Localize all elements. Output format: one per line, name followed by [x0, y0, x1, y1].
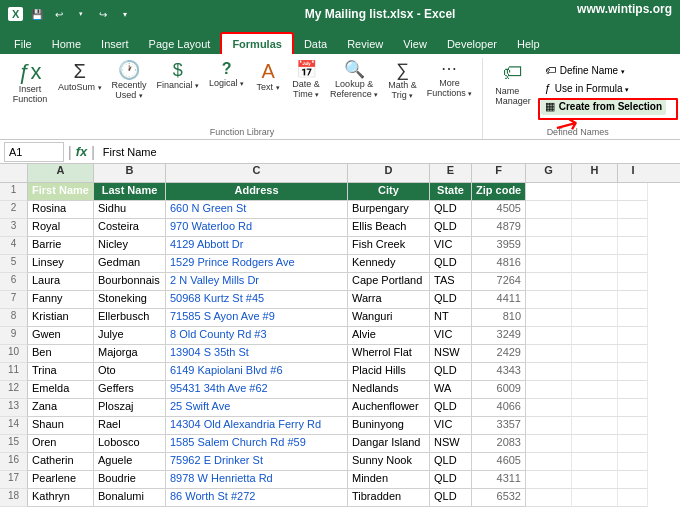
- table-cell[interactable]: TAS: [430, 273, 472, 291]
- math-trig-button[interactable]: ∑ Math &Trig ▾: [384, 58, 421, 104]
- table-cell[interactable]: 4411: [472, 291, 526, 309]
- table-cell[interactable]: Sidhu: [94, 201, 166, 219]
- logical-button[interactable]: ? Logical ▾: [205, 58, 248, 92]
- tab-home[interactable]: Home: [42, 34, 91, 54]
- table-cell[interactable]: QLD: [430, 453, 472, 471]
- table-cell[interactable]: NSW: [430, 345, 472, 363]
- col-header-b[interactable]: B: [94, 164, 166, 182]
- col-header-d[interactable]: D: [348, 164, 430, 182]
- col-header-i[interactable]: I: [618, 164, 648, 182]
- table-cell[interactable]: VIC: [430, 417, 472, 435]
- table-cell[interactable]: 13904 S 35th St: [166, 345, 348, 363]
- table-cell[interactable]: 4343: [472, 363, 526, 381]
- table-cell[interactable]: Rosina: [28, 201, 94, 219]
- table-cell[interactable]: Minden: [348, 471, 430, 489]
- table-cell[interactable]: QLD: [430, 255, 472, 273]
- table-cell[interactable]: Fanny: [28, 291, 94, 309]
- table-cell[interactable]: Gedman: [94, 255, 166, 273]
- undo-icon[interactable]: ↩: [51, 6, 67, 22]
- tab-file[interactable]: File: [4, 34, 42, 54]
- table-cell[interactable]: Royal: [28, 219, 94, 237]
- table-cell[interactable]: Fish Creek: [348, 237, 430, 255]
- table-cell[interactable]: Nicley: [94, 237, 166, 255]
- table-cell[interactable]: Address: [166, 183, 348, 201]
- table-cell[interactable]: 4879: [472, 219, 526, 237]
- table-cell[interactable]: Kristian: [28, 309, 94, 327]
- table-cell[interactable]: Tibradden: [348, 489, 430, 507]
- tab-developer[interactable]: Developer: [437, 34, 507, 54]
- text-button[interactable]: A Text ▾: [250, 58, 286, 96]
- col-header-h[interactable]: H: [572, 164, 618, 182]
- table-cell[interactable]: Ellis Beach: [348, 219, 430, 237]
- table-cell[interactable]: Boudrie: [94, 471, 166, 489]
- table-cell[interactable]: VIC: [430, 237, 472, 255]
- table-cell[interactable]: 660 N Green St: [166, 201, 348, 219]
- table-cell[interactable]: Buninyong: [348, 417, 430, 435]
- define-name-button[interactable]: 🏷 Define Name ▾: [541, 62, 666, 78]
- tab-formulas[interactable]: Formulas: [220, 32, 294, 54]
- table-cell[interactable]: QLD: [430, 219, 472, 237]
- table-cell[interactable]: Oto: [94, 363, 166, 381]
- table-cell[interactable]: 810: [472, 309, 526, 327]
- table-cell[interactable]: Ploszaj: [94, 399, 166, 417]
- tab-help[interactable]: Help: [507, 34, 550, 54]
- table-cell[interactable]: Alvie: [348, 327, 430, 345]
- table-cell[interactable]: 50968 Kurtz St #45: [166, 291, 348, 309]
- table-cell[interactable]: 75962 E Drinker St: [166, 453, 348, 471]
- table-cell[interactable]: Stoneking: [94, 291, 166, 309]
- table-cell[interactable]: 71585 S Ayon Ave #9: [166, 309, 348, 327]
- table-cell[interactable]: 8978 W Henrietta Rd: [166, 471, 348, 489]
- table-cell[interactable]: State: [430, 183, 472, 201]
- col-header-f[interactable]: F: [472, 164, 526, 182]
- recently-used-button[interactable]: 🕐 RecentlyUsed ▾: [108, 58, 151, 104]
- date-time-button[interactable]: 📅 Date &Time ▾: [288, 58, 324, 103]
- table-cell[interactable]: 25 Swift Ave: [166, 399, 348, 417]
- table-cell[interactable]: Burpengary: [348, 201, 430, 219]
- table-cell[interactable]: 86 Worth St #272: [166, 489, 348, 507]
- table-cell[interactable]: Kennedy: [348, 255, 430, 273]
- table-cell[interactable]: 1529 Prince Rodgers Ave: [166, 255, 348, 273]
- table-cell[interactable]: 4816: [472, 255, 526, 273]
- table-cell[interactable]: 95431 34th Ave #62: [166, 381, 348, 399]
- table-cell[interactable]: 4311: [472, 471, 526, 489]
- table-cell[interactable]: Oren: [28, 435, 94, 453]
- col-header-c[interactable]: C: [166, 164, 348, 182]
- table-cell[interactable]: 14304 Old Alexandria Ferry Rd: [166, 417, 348, 435]
- undo-dropdown-icon[interactable]: ▾: [73, 6, 89, 22]
- tab-page-layout[interactable]: Page Layout: [139, 34, 221, 54]
- table-cell[interactable]: 970 Waterloo Rd: [166, 219, 348, 237]
- col-header-e[interactable]: E: [430, 164, 472, 182]
- table-cell[interactable]: Julye: [94, 327, 166, 345]
- autosum-button[interactable]: Σ AutoSum ▾: [54, 58, 106, 96]
- table-cell[interactable]: Wherrol Flat: [348, 345, 430, 363]
- customize-qa-icon[interactable]: ▾: [117, 6, 133, 22]
- name-manager-button[interactable]: 🏷 NameManager: [489, 58, 537, 127]
- table-cell[interactable]: 4129 Abbott Dr: [166, 237, 348, 255]
- table-cell[interactable]: Cape Portland: [348, 273, 430, 291]
- table-cell[interactable]: Lobosco: [94, 435, 166, 453]
- table-cell[interactable]: Ben: [28, 345, 94, 363]
- redo-icon[interactable]: ↪: [95, 6, 111, 22]
- table-cell[interactable]: Aguele: [94, 453, 166, 471]
- table-cell[interactable]: QLD: [430, 471, 472, 489]
- table-cell[interactable]: 4066: [472, 399, 526, 417]
- table-cell[interactable]: Kathryn: [28, 489, 94, 507]
- table-cell[interactable]: Bourbonnais: [94, 273, 166, 291]
- table-cell[interactable]: Majorga: [94, 345, 166, 363]
- table-cell[interactable]: QLD: [430, 363, 472, 381]
- formula-input[interactable]: [99, 146, 676, 158]
- tab-view[interactable]: View: [393, 34, 437, 54]
- table-cell[interactable]: 2 N Valley Mills Dr: [166, 273, 348, 291]
- tab-insert[interactable]: Insert: [91, 34, 139, 54]
- table-cell[interactable]: Gwen: [28, 327, 94, 345]
- table-cell[interactable]: Catherin: [28, 453, 94, 471]
- table-cell[interactable]: 7264: [472, 273, 526, 291]
- table-cell[interactable]: NSW: [430, 435, 472, 453]
- table-cell[interactable]: Emelda: [28, 381, 94, 399]
- lookup-reference-button[interactable]: 🔍 Lookup &Reference ▾: [326, 58, 382, 103]
- save-icon[interactable]: 💾: [29, 6, 45, 22]
- table-cell[interactable]: Wanguri: [348, 309, 430, 327]
- table-cell[interactable]: 6149 Kapiolani Blvd #6: [166, 363, 348, 381]
- table-cell[interactable]: Warra: [348, 291, 430, 309]
- tab-review[interactable]: Review: [337, 34, 393, 54]
